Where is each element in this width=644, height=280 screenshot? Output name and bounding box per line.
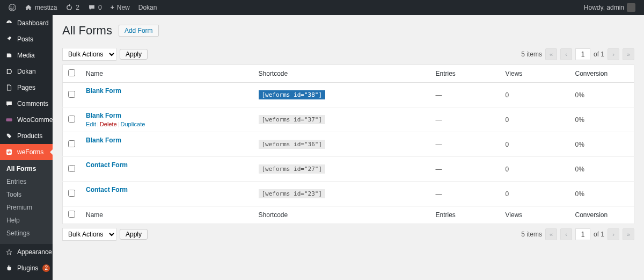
wordpress-icon <box>9 4 16 11</box>
comment-icon <box>88 4 96 11</box>
wp-logo-menu[interactable] <box>4 0 20 15</box>
update-icon <box>65 4 73 11</box>
site-name: mestiza <box>35 4 57 11</box>
updates-link[interactable]: 2 <box>61 0 84 15</box>
home-icon <box>25 4 32 11</box>
admin-top-bar: mestiza 2 0 + New Dokan Howdy, admin <box>0 0 644 15</box>
new-label: New <box>117 4 130 11</box>
updates-count: 2 <box>76 4 79 11</box>
comments-count: 0 <box>98 4 102 11</box>
avatar <box>627 3 635 12</box>
site-link[interactable]: mestiza <box>20 0 61 15</box>
comments-link[interactable]: 0 <box>84 0 106 15</box>
dokan-topbar-link[interactable]: Dokan <box>134 0 162 15</box>
howdy-text: Howdy, admin <box>584 4 624 11</box>
new-link[interactable]: + New <box>106 0 134 15</box>
howdy-link[interactable]: Howdy, admin <box>580 0 640 15</box>
plus-icon: + <box>111 4 114 11</box>
